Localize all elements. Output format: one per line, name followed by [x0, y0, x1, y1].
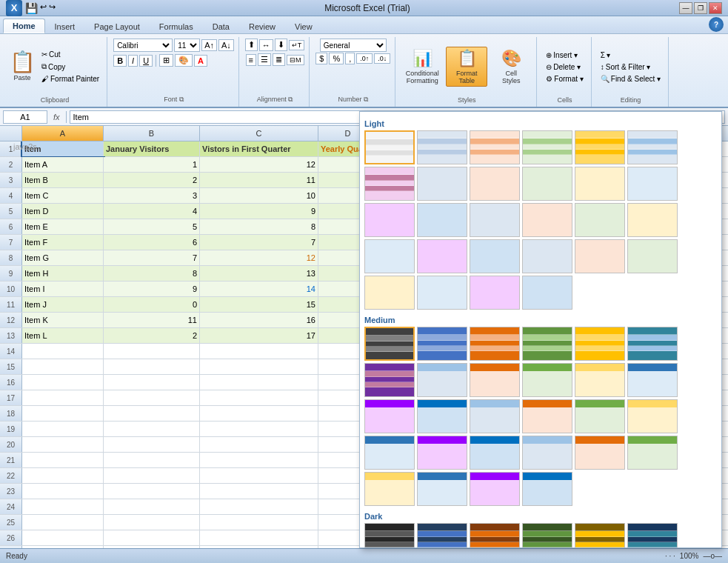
col-header-b[interactable]: B: [104, 126, 200, 141]
table-style-extra-Medium22[interactable]: [627, 436, 678, 470]
cell-a19[interactable]: [22, 422, 104, 436]
cell-a11[interactable]: Item J: [22, 297, 104, 312]
cell-c6[interactable]: 8: [200, 219, 318, 234]
cell-a3[interactable]: Item B: [22, 173, 104, 187]
table-style-extra-Medium00[interactable]: [417, 363, 467, 397]
table-style-med-7[interactable]: [364, 363, 415, 397]
table-style-extra-Medium21[interactable]: [575, 436, 625, 470]
fill-color-button[interactable]: 🎨: [175, 54, 193, 67]
table-style-extra-Light04[interactable]: [627, 167, 678, 201]
cell-a8[interactable]: Item G: [22, 250, 104, 265]
insert-cells-button[interactable]: ⊕ Insert ▾: [543, 50, 586, 61]
cell-b22[interactable]: [104, 468, 200, 483]
increase-font-button[interactable]: A↑: [201, 39, 217, 51]
decrease-font-button[interactable]: A↓: [218, 39, 234, 51]
function-wizard-button[interactable]: fx: [50, 113, 63, 121]
table-style-extra-Light03[interactable]: [575, 167, 625, 201]
format-table-button[interactable]: 📋 FormatTable: [446, 47, 487, 87]
wrap-text-button[interactable]: ↵T: [289, 40, 305, 50]
table-style-extra-Medium15[interactable]: [417, 436, 467, 470]
close-button[interactable]: ✕: [709, 2, 722, 14]
table-style-extra-Light00[interactable]: [417, 167, 467, 201]
find-select-button[interactable]: 🔍 Find & Select ▾: [598, 73, 664, 84]
cell-c22[interactable]: [200, 468, 318, 483]
cell-c13[interactable]: 17: [200, 328, 318, 343]
cell-b17[interactable]: [104, 390, 200, 405]
cell-b9[interactable]: 8: [104, 266, 200, 281]
cell-c17[interactable]: [200, 390, 318, 405]
underline-button[interactable]: U: [139, 55, 153, 67]
table-style-dark-1[interactable]: [364, 523, 415, 548]
cell-a17[interactable]: [22, 390, 104, 405]
table-style-extra-Medium25[interactable]: [470, 472, 520, 506]
table-style-extra-Medium23[interactable]: [364, 472, 415, 506]
cell-styles-button[interactable]: 🎨 CellStyles: [490, 47, 532, 87]
cell-b12[interactable]: 11: [104, 313, 200, 327]
cell-a7[interactable]: Item F: [22, 235, 104, 250]
col-header-c[interactable]: C: [200, 126, 318, 141]
table-style-extra-Medium02[interactable]: [522, 363, 572, 397]
table-style-extra-Light13[interactable]: [627, 203, 678, 237]
table-style-med-1[interactable]: [364, 327, 415, 361]
cell-c24[interactable]: [200, 499, 318, 514]
table-style-extra-Light05[interactable]: [364, 203, 415, 237]
table-style-med-3[interactable]: [470, 327, 520, 361]
cell-b18[interactable]: [104, 406, 200, 421]
table-style-extra-Light01[interactable]: [470, 167, 520, 201]
table-style-dark-5[interactable]: [575, 523, 625, 548]
cell-c9[interactable]: 13: [200, 266, 318, 281]
cell-c5[interactable]: 9: [200, 204, 318, 219]
cell-c21[interactable]: [200, 453, 318, 467]
cell-b23[interactable]: [104, 484, 200, 499]
table-style-dark-3[interactable]: [470, 523, 520, 548]
tab-page-layout[interactable]: Page Layout: [84, 19, 150, 33]
currency-button[interactable]: $: [315, 53, 327, 64]
cell-b10[interactable]: 9: [104, 282, 200, 296]
align-center-button[interactable]: ☰: [258, 53, 271, 66]
table-style-extra-Medium10[interactable]: [470, 399, 520, 433]
cell-c25[interactable]: [200, 515, 318, 530]
table-style-extra-Medium06[interactable]: [417, 399, 467, 433]
undo-btn[interactable]: ↩: [40, 2, 47, 14]
table-style-med-2[interactable]: [417, 327, 467, 361]
cell-c11[interactable]: 15: [200, 297, 318, 312]
font-color-button[interactable]: A: [194, 55, 207, 67]
table-style-extra-Medium11[interactable]: [522, 399, 572, 433]
cell-a26[interactable]: [22, 530, 104, 545]
tab-formulas[interactable]: Formulas: [150, 19, 203, 33]
cell-c7[interactable]: 7: [200, 235, 318, 250]
align-bottom-button[interactable]: ⬇: [275, 39, 287, 51]
align-middle-button[interactable]: ↔: [259, 39, 273, 51]
table-style-extra-Light06[interactable]: [417, 203, 467, 237]
tab-review[interactable]: Review: [239, 19, 285, 33]
cell-b2[interactable]: 1: [104, 157, 200, 172]
table-style-extra-Light22[interactable]: [627, 239, 678, 273]
table-style-extra-Light16[interactable]: [470, 239, 520, 273]
cell-b19[interactable]: [104, 422, 200, 436]
cell-b26[interactable]: [104, 530, 200, 545]
cell-a22[interactable]: [22, 468, 104, 483]
table-style-extra-Light24[interactable]: [417, 276, 467, 310]
cell-b24[interactable]: [104, 499, 200, 514]
merge-cells-button[interactable]: ⊟M: [287, 55, 304, 65]
cell-a24[interactable]: [22, 499, 104, 514]
table-style-extra-Light26[interactable]: [522, 276, 572, 310]
cell-b6[interactable]: 5: [104, 219, 200, 234]
cell-a21[interactable]: [22, 453, 104, 467]
table-style-extra-Light15[interactable]: [417, 239, 467, 273]
table-style-extra-Medium20[interactable]: [522, 436, 572, 470]
paste-button[interactable]: 📋 Paste: [7, 50, 37, 84]
tab-data[interactable]: Data: [203, 19, 239, 33]
font-size-select[interactable]: 11: [174, 39, 200, 52]
table-style-dropdown[interactable]: Light: [359, 111, 722, 548]
percent-button[interactable]: %: [329, 53, 344, 64]
cell-b7[interactable]: 6: [104, 235, 200, 250]
restore-button[interactable]: ❐: [694, 2, 707, 14]
decrease-decimal-button[interactable]: .0↓: [374, 53, 390, 64]
cell-reference-box[interactable]: [3, 110, 47, 124]
cell-a20[interactable]: [22, 437, 104, 452]
table-style-light-7[interactable]: [364, 167, 415, 201]
table-style-extra-Light14[interactable]: [364, 239, 415, 273]
increase-decimal-button[interactable]: .0↑: [356, 53, 373, 64]
cell-c16[interactable]: [200, 375, 318, 390]
